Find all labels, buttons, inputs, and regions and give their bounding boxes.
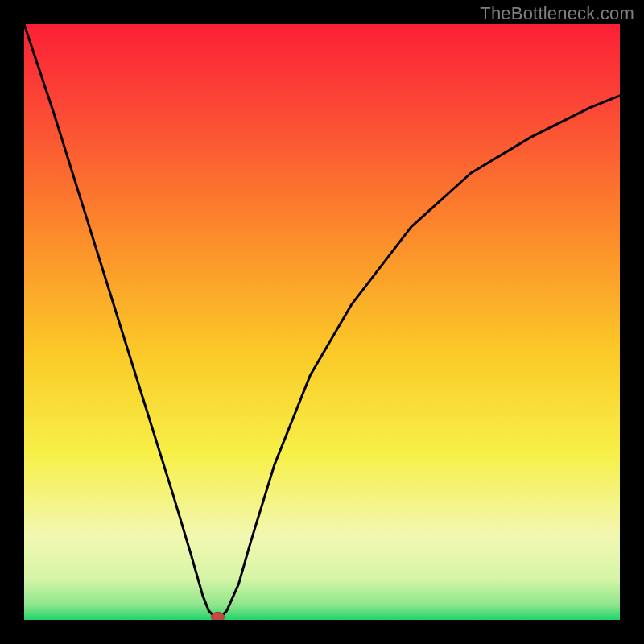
watermark-text: TheBottleneck.com	[480, 3, 634, 24]
chart-frame: TheBottleneck.com	[0, 0, 644, 644]
chart-svg	[24, 24, 620, 620]
minimum-marker	[212, 612, 225, 620]
gradient-background	[24, 24, 620, 620]
plot-area	[24, 24, 620, 620]
